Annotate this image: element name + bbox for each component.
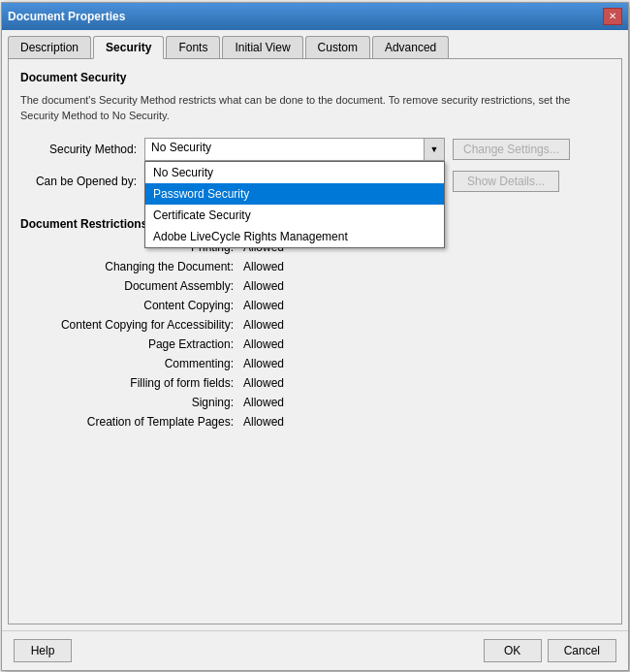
restriction-signing-label: Signing: (20, 396, 234, 409)
footer: Help OK Cancel (2, 630, 628, 670)
restriction-content-copying-label: Content Copying: (20, 299, 234, 312)
restriction-changing-label: Changing the Document: (20, 260, 234, 273)
window-title: Document Properties (8, 10, 125, 23)
tab-bar: Description Security Fonts Initial View … (8, 36, 622, 59)
document-properties-window: Document Properties ✕ Description Securi… (1, 2, 629, 671)
restriction-template-pages: Creation of Template Pages: Allowed (20, 415, 610, 429)
restriction-page-extraction: Page Extraction: Allowed (20, 337, 610, 351)
cancel-button[interactable]: Cancel (548, 639, 616, 662)
close-button[interactable]: ✕ (603, 8, 622, 25)
change-settings-button[interactable]: Change Settings... (453, 139, 570, 160)
dropdown-option-adobe-livecycle[interactable]: Adobe LiveCycle Rights Management (145, 226, 444, 247)
dropdown-option-no-security[interactable]: No Security (145, 162, 444, 183)
restriction-content-copying-value: Allowed (243, 299, 284, 312)
title-bar: Document Properties ✕ (2, 3, 628, 30)
restriction-commenting-value: Allowed (243, 357, 284, 370)
ok-button[interactable]: OK (484, 639, 542, 662)
security-description: The document's Security Method restricts… (20, 92, 610, 124)
security-method-label: Security Method: (20, 143, 137, 156)
show-details-button[interactable]: Show Details... (453, 171, 559, 192)
help-button[interactable]: Help (14, 639, 72, 662)
tab-security[interactable]: Security (93, 36, 164, 59)
restriction-content-copying-accessibility: Content Copying for Accessibility: Allow… (20, 318, 610, 332)
tab-initial-view[interactable]: Initial View (222, 36, 302, 58)
restriction-changing: Changing the Document: Allowed (20, 260, 610, 273)
restriction-assembly-value: Allowed (243, 279, 284, 293)
content-area: Description Security Fonts Initial View … (2, 30, 628, 630)
restriction-page-extraction-label: Page Extraction: (20, 337, 234, 351)
restriction-assembly-label: Document Assembly: (20, 279, 234, 293)
security-tab-content: Document Security The document's Securit… (8, 59, 622, 624)
restriction-accessibility-value: Allowed (243, 318, 284, 332)
restriction-page-extraction-value: Allowed (243, 337, 284, 351)
title-bar-buttons: ✕ (603, 8, 622, 25)
restriction-signing: Signing: Allowed (20, 396, 610, 409)
restriction-commenting: Commenting: Allowed (20, 357, 610, 370)
restriction-form-fields-value: Allowed (243, 376, 284, 390)
restriction-signing-value: Allowed (243, 396, 284, 409)
restriction-accessibility-label: Content Copying for Accessibility: (20, 318, 234, 332)
can-be-opened-label: Can be Opened by: (20, 175, 137, 188)
security-method-row: Security Method: No Security ▼ No Securi… (20, 138, 610, 161)
tab-advanced[interactable]: Advanced (372, 36, 449, 58)
security-method-value: No Security (151, 141, 211, 154)
tab-description[interactable]: Description (8, 36, 91, 58)
security-method-select[interactable]: No Security (144, 138, 445, 161)
dropdown-option-password-security[interactable]: Password Security (145, 183, 444, 205)
restriction-template-pages-label: Creation of Template Pages: (20, 415, 234, 429)
document-security-title: Document Security (20, 71, 610, 84)
dropdown-option-certificate-security[interactable]: Certificate Security (145, 205, 444, 226)
restriction-template-pages-value: Allowed (243, 415, 284, 429)
restriction-changing-value: Allowed (243, 260, 284, 273)
footer-right: OK Cancel (484, 639, 616, 662)
restriction-form-fields-label: Filling of form fields: (20, 376, 234, 390)
security-dropdown-popup: No Security Password Security Certificat… (144, 161, 445, 248)
restriction-assembly: Document Assembly: Allowed (20, 279, 610, 293)
footer-left: Help (14, 639, 72, 662)
restriction-form-fields: Filling of form fields: Allowed (20, 376, 610, 390)
restriction-content-copying: Content Copying: Allowed (20, 299, 610, 312)
tab-fonts[interactable]: Fonts (166, 36, 220, 58)
restrictions-section: Document Restrictions Summary Printing: … (20, 217, 610, 434)
restriction-commenting-label: Commenting: (20, 357, 234, 370)
security-method-dropdown-wrapper: No Security ▼ No Security Password Secur… (144, 138, 445, 161)
tab-custom[interactable]: Custom (305, 36, 370, 58)
